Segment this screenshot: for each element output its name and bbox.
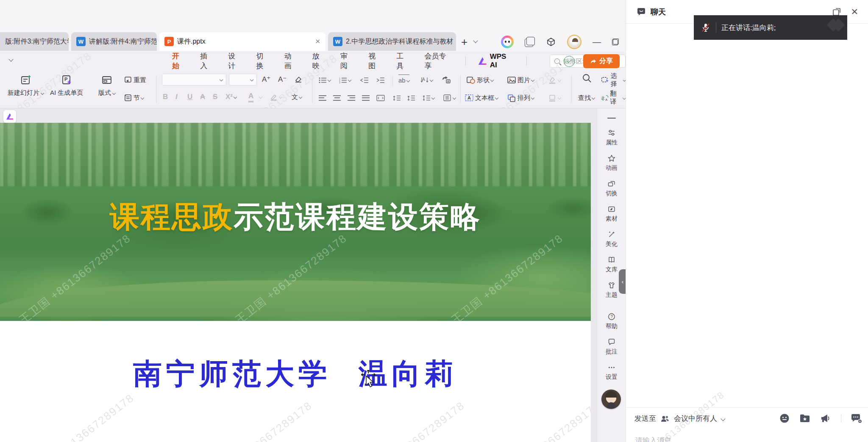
send-to-label: 发送至 (634, 414, 656, 423)
font-name-combo[interactable] (162, 74, 226, 86)
doc-tab-1-label: 版:附件3:南宁师范大学2026 (5, 37, 69, 46)
sidebar-label: 帮助 (606, 323, 618, 330)
chat-message-input[interactable]: 请输入消息 (635, 436, 671, 442)
picture-button[interactable]: 图片 (507, 75, 534, 86)
reset-button[interactable]: 重置 (124, 75, 146, 86)
select-button[interactable]: 选择 (601, 75, 626, 86)
favorites-folder-icon[interactable] (799, 413, 810, 423)
shapes-button[interactable]: 形状 (466, 75, 493, 86)
panel-expand-handle[interactable]: ‹ (619, 269, 626, 294)
audience-chevron-icon[interactable] (721, 416, 725, 421)
align-right-button[interactable] (348, 92, 355, 103)
ppt-doc-icon: P (164, 37, 174, 46)
announcement-icon[interactable] (820, 413, 832, 423)
new-slide-button[interactable]: 新建幻灯片 (8, 74, 44, 97)
align-left-button[interactable] (319, 92, 326, 103)
account-avatar[interactable] (567, 35, 581, 49)
assistant-icon[interactable] (501, 36, 514, 48)
line-spacing-down-button[interactable] (407, 92, 415, 103)
user-cartoon-avatar[interactable] (601, 390, 621, 409)
textbox-button[interactable]: A 文本框 (465, 92, 498, 103)
chevron-down-icon[interactable] (259, 95, 262, 99)
sidebar-label: 切换 (606, 190, 618, 197)
chevron-down-icon (623, 78, 626, 82)
line-spacing-down-icon (407, 95, 415, 101)
ribbon-collapse-chevron-icon[interactable] (8, 57, 13, 61)
sidebar-item-help[interactable]: ? 帮助 (597, 312, 626, 330)
doc-tab-1[interactable]: 版:附件3:南宁师范大学2026 (0, 32, 69, 51)
tab-list-chevron-icon[interactable] (473, 38, 478, 43)
shape-outline-button[interactable] (548, 92, 561, 103)
underline-button[interactable]: U (187, 91, 192, 102)
audience-selector[interactable]: 会议中所有人 (674, 414, 717, 423)
sidebar-item-comments[interactable]: 批注 (597, 338, 626, 356)
translate-button[interactable]: 文A 翻译 (601, 92, 626, 103)
wps-ai-floating-icon[interactable] (3, 110, 16, 123)
strikethrough-a-button[interactable]: A (200, 91, 205, 102)
layout-button[interactable]: 版式 (98, 74, 115, 97)
sidebar-item-animation[interactable]: 动画 (597, 154, 626, 172)
share-button[interactable]: 分享 (583, 54, 620, 68)
text-direction-button[interactable]: ab (398, 75, 409, 86)
increase-indent-button[interactable] (376, 75, 385, 86)
decrease-font-button[interactable]: A⁻ (278, 74, 287, 85)
outline-color-icon (548, 94, 557, 102)
justify-button[interactable] (362, 92, 370, 103)
line-spacing-up-button[interactable] (392, 92, 401, 103)
photo-river-texture (0, 280, 591, 317)
svg-text:A: A (467, 95, 471, 100)
chat-bubble-icon (636, 7, 646, 17)
panel-collapse-icon[interactable] (607, 118, 616, 119)
shape-fill-button[interactable] (548, 75, 561, 86)
paragraph-settings-button[interactable] (442, 92, 456, 103)
italic-button[interactable]: I (175, 91, 178, 102)
vertical-text-button[interactable]: A (420, 75, 433, 86)
workspace-icon[interactable] (525, 37, 535, 47)
chevron-down-icon (41, 91, 44, 94)
word-doc-icon: W (333, 37, 342, 46)
font-color-label: A (248, 92, 253, 100)
wps-ai-menu[interactable]: WPS AI (479, 52, 514, 69)
sidebar-item-beautify[interactable]: 美化 (597, 230, 626, 248)
clear-format-button[interactable] (294, 74, 303, 85)
font-size-combo[interactable] (229, 74, 257, 86)
bullet-list-button[interactable] (319, 75, 331, 86)
font-color-button[interactable]: A (248, 91, 253, 102)
sidebar-item-transition[interactable]: 切换 (597, 180, 626, 197)
sidebar-item-settings[interactable]: 设置 (597, 363, 626, 381)
doc-health-check-icon[interactable] (564, 56, 575, 67)
new-tab-button[interactable]: + (461, 36, 467, 49)
convert-smartart-button[interactable] (442, 75, 451, 86)
minimize-button[interactable]: — (593, 37, 601, 47)
arrange-button[interactable]: 排列 (507, 92, 534, 103)
align-center-button[interactable] (333, 92, 341, 103)
close-chat-icon[interactable]: ✕ (851, 7, 858, 17)
decrease-indent-button[interactable] (360, 75, 369, 86)
section-button[interactable]: 节 (124, 92, 144, 103)
shadow-button[interactable]: S (213, 91, 217, 102)
slide[interactable]: 王卫国 +8613667289178 王卫国 +8613667289178 王卫… (0, 123, 591, 442)
sidebar-item-properties[interactable]: 属性 (597, 129, 626, 146)
bold-button[interactable]: B (163, 91, 168, 102)
phonetic-guide-button[interactable]: 文 (292, 91, 302, 102)
meeting-chat-panel: 聊天 ✕ 正在讲话:温向莉; 发送至 会议中所有人 (626, 0, 868, 442)
new-slide-label: 新建幻灯片 (8, 89, 39, 97)
doc-tab-2[interactable]: W 讲解版:附件4:南宁师范大学2026 (71, 32, 157, 51)
ai-generate-page-button[interactable]: P AI 生成单页 (50, 74, 83, 97)
numbered-list-button[interactable]: 123 (339, 75, 351, 86)
magnifier-icon (581, 73, 593, 84)
line-spacing-up-icon (392, 95, 401, 101)
find-magnifier-button[interactable] (581, 73, 593, 84)
superscript-button[interactable]: X² (225, 91, 236, 102)
tab-close-icon[interactable]: ✕ (315, 38, 320, 45)
highlight-button[interactable] (270, 91, 282, 102)
chat-settings-icon[interactable] (851, 413, 862, 423)
distribute-button[interactable] (376, 92, 385, 103)
restore-button[interactable] (612, 39, 619, 45)
find-button[interactable]: 查找 (578, 92, 595, 103)
increase-font-button[interactable]: A⁺ (262, 74, 270, 85)
line-spacing-button[interactable] (422, 92, 434, 103)
emoji-icon[interactable] (779, 413, 790, 424)
sidebar-item-material[interactable]: 素材 (597, 205, 626, 223)
integration-cube-icon[interactable] (546, 37, 556, 47)
